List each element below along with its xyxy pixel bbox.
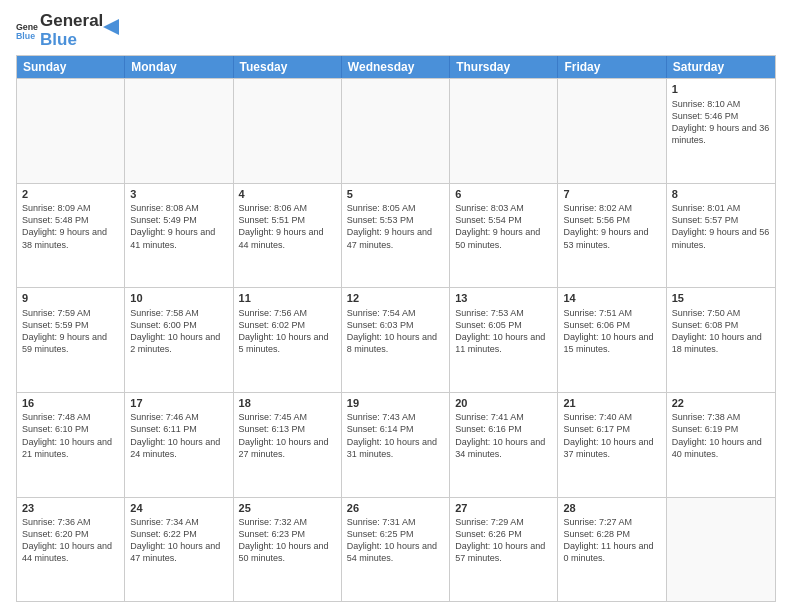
day-info: Sunrise: 7:31 AM Sunset: 6:25 PM Dayligh… bbox=[347, 516, 444, 565]
day-cell-28: 28Sunrise: 7:27 AM Sunset: 6:28 PM Dayli… bbox=[558, 498, 666, 602]
svg-text:Blue: Blue bbox=[16, 30, 35, 40]
day-cell-empty bbox=[234, 79, 342, 183]
day-number: 23 bbox=[22, 501, 119, 515]
day-cell-1: 1Sunrise: 8:10 AM Sunset: 5:46 PM Daylig… bbox=[667, 79, 775, 183]
day-cell-empty bbox=[17, 79, 125, 183]
day-info: Sunrise: 8:10 AM Sunset: 5:46 PM Dayligh… bbox=[672, 98, 770, 147]
calendar-row-4: 16Sunrise: 7:48 AM Sunset: 6:10 PM Dayli… bbox=[17, 392, 775, 497]
day-number: 24 bbox=[130, 501, 227, 515]
day-cell-4: 4Sunrise: 8:06 AM Sunset: 5:51 PM Daylig… bbox=[234, 184, 342, 288]
logo-blue: Blue bbox=[40, 31, 103, 50]
day-cell-16: 16Sunrise: 7:48 AM Sunset: 6:10 PM Dayli… bbox=[17, 393, 125, 497]
day-info: Sunrise: 7:34 AM Sunset: 6:22 PM Dayligh… bbox=[130, 516, 227, 565]
day-cell-26: 26Sunrise: 7:31 AM Sunset: 6:25 PM Dayli… bbox=[342, 498, 450, 602]
day-cell-17: 17Sunrise: 7:46 AM Sunset: 6:11 PM Dayli… bbox=[125, 393, 233, 497]
day-info: Sunrise: 7:36 AM Sunset: 6:20 PM Dayligh… bbox=[22, 516, 119, 565]
day-info: Sunrise: 8:06 AM Sunset: 5:51 PM Dayligh… bbox=[239, 202, 336, 251]
calendar-body: 1Sunrise: 8:10 AM Sunset: 5:46 PM Daylig… bbox=[17, 78, 775, 601]
day-number: 27 bbox=[455, 501, 552, 515]
day-info: Sunrise: 7:38 AM Sunset: 6:19 PM Dayligh… bbox=[672, 411, 770, 460]
day-info: Sunrise: 7:59 AM Sunset: 5:59 PM Dayligh… bbox=[22, 307, 119, 356]
day-number: 4 bbox=[239, 187, 336, 201]
day-cell-22: 22Sunrise: 7:38 AM Sunset: 6:19 PM Dayli… bbox=[667, 393, 775, 497]
calendar-row-5: 23Sunrise: 7:36 AM Sunset: 6:20 PM Dayli… bbox=[17, 497, 775, 602]
day-info: Sunrise: 7:53 AM Sunset: 6:05 PM Dayligh… bbox=[455, 307, 552, 356]
day-number: 2 bbox=[22, 187, 119, 201]
weekday-header-sunday: Sunday bbox=[17, 56, 125, 78]
logo-icon: General Blue bbox=[16, 20, 38, 42]
day-cell-6: 6Sunrise: 8:03 AM Sunset: 5:54 PM Daylig… bbox=[450, 184, 558, 288]
day-info: Sunrise: 7:50 AM Sunset: 6:08 PM Dayligh… bbox=[672, 307, 770, 356]
day-cell-25: 25Sunrise: 7:32 AM Sunset: 6:23 PM Dayli… bbox=[234, 498, 342, 602]
day-cell-empty bbox=[342, 79, 450, 183]
day-cell-9: 9Sunrise: 7:59 AM Sunset: 5:59 PM Daylig… bbox=[17, 288, 125, 392]
day-info: Sunrise: 7:27 AM Sunset: 6:28 PM Dayligh… bbox=[563, 516, 660, 565]
day-number: 10 bbox=[130, 291, 227, 305]
day-number: 12 bbox=[347, 291, 444, 305]
day-number: 3 bbox=[130, 187, 227, 201]
day-info: Sunrise: 8:05 AM Sunset: 5:53 PM Dayligh… bbox=[347, 202, 444, 251]
day-info: Sunrise: 7:43 AM Sunset: 6:14 PM Dayligh… bbox=[347, 411, 444, 460]
day-info: Sunrise: 7:29 AM Sunset: 6:26 PM Dayligh… bbox=[455, 516, 552, 565]
calendar-row-3: 9Sunrise: 7:59 AM Sunset: 5:59 PM Daylig… bbox=[17, 287, 775, 392]
header: General Blue General Blue bbox=[16, 12, 776, 49]
day-cell-19: 19Sunrise: 7:43 AM Sunset: 6:14 PM Dayli… bbox=[342, 393, 450, 497]
day-info: Sunrise: 7:54 AM Sunset: 6:03 PM Dayligh… bbox=[347, 307, 444, 356]
day-cell-7: 7Sunrise: 8:02 AM Sunset: 5:56 PM Daylig… bbox=[558, 184, 666, 288]
day-number: 25 bbox=[239, 501, 336, 515]
day-cell-14: 14Sunrise: 7:51 AM Sunset: 6:06 PM Dayli… bbox=[558, 288, 666, 392]
weekday-header-tuesday: Tuesday bbox=[234, 56, 342, 78]
day-info: Sunrise: 7:45 AM Sunset: 6:13 PM Dayligh… bbox=[239, 411, 336, 460]
day-cell-5: 5Sunrise: 8:05 AM Sunset: 5:53 PM Daylig… bbox=[342, 184, 450, 288]
day-info: Sunrise: 8:08 AM Sunset: 5:49 PM Dayligh… bbox=[130, 202, 227, 251]
day-cell-empty bbox=[558, 79, 666, 183]
day-number: 19 bbox=[347, 396, 444, 410]
day-info: Sunrise: 8:02 AM Sunset: 5:56 PM Dayligh… bbox=[563, 202, 660, 251]
day-info: Sunrise: 7:32 AM Sunset: 6:23 PM Dayligh… bbox=[239, 516, 336, 565]
day-info: Sunrise: 7:46 AM Sunset: 6:11 PM Dayligh… bbox=[130, 411, 227, 460]
day-cell-2: 2Sunrise: 8:09 AM Sunset: 5:48 PM Daylig… bbox=[17, 184, 125, 288]
day-cell-15: 15Sunrise: 7:50 AM Sunset: 6:08 PM Dayli… bbox=[667, 288, 775, 392]
day-cell-24: 24Sunrise: 7:34 AM Sunset: 6:22 PM Dayli… bbox=[125, 498, 233, 602]
day-info: Sunrise: 7:40 AM Sunset: 6:17 PM Dayligh… bbox=[563, 411, 660, 460]
day-cell-empty bbox=[450, 79, 558, 183]
calendar: SundayMondayTuesdayWednesdayThursdayFrid… bbox=[16, 55, 776, 602]
day-cell-27: 27Sunrise: 7:29 AM Sunset: 6:26 PM Dayli… bbox=[450, 498, 558, 602]
day-number: 8 bbox=[672, 187, 770, 201]
day-cell-11: 11Sunrise: 7:56 AM Sunset: 6:02 PM Dayli… bbox=[234, 288, 342, 392]
day-info: Sunrise: 7:56 AM Sunset: 6:02 PM Dayligh… bbox=[239, 307, 336, 356]
day-cell-21: 21Sunrise: 7:40 AM Sunset: 6:17 PM Dayli… bbox=[558, 393, 666, 497]
day-number: 9 bbox=[22, 291, 119, 305]
day-number: 18 bbox=[239, 396, 336, 410]
calendar-row-2: 2Sunrise: 8:09 AM Sunset: 5:48 PM Daylig… bbox=[17, 183, 775, 288]
day-info: Sunrise: 7:58 AM Sunset: 6:00 PM Dayligh… bbox=[130, 307, 227, 356]
calendar-row-1: 1Sunrise: 8:10 AM Sunset: 5:46 PM Daylig… bbox=[17, 78, 775, 183]
logo: General Blue General Blue bbox=[16, 12, 121, 49]
day-info: Sunrise: 7:48 AM Sunset: 6:10 PM Dayligh… bbox=[22, 411, 119, 460]
day-info: Sunrise: 8:01 AM Sunset: 5:57 PM Dayligh… bbox=[672, 202, 770, 251]
day-number: 1 bbox=[672, 82, 770, 96]
weekday-header-friday: Friday bbox=[558, 56, 666, 78]
day-cell-20: 20Sunrise: 7:41 AM Sunset: 6:16 PM Dayli… bbox=[450, 393, 558, 497]
day-number: 6 bbox=[455, 187, 552, 201]
day-number: 28 bbox=[563, 501, 660, 515]
day-cell-3: 3Sunrise: 8:08 AM Sunset: 5:49 PM Daylig… bbox=[125, 184, 233, 288]
logo-general: General bbox=[40, 12, 103, 31]
day-number: 5 bbox=[347, 187, 444, 201]
day-info: Sunrise: 8:09 AM Sunset: 5:48 PM Dayligh… bbox=[22, 202, 119, 251]
day-cell-10: 10Sunrise: 7:58 AM Sunset: 6:00 PM Dayli… bbox=[125, 288, 233, 392]
weekday-header-monday: Monday bbox=[125, 56, 233, 78]
weekday-header-thursday: Thursday bbox=[450, 56, 558, 78]
day-info: Sunrise: 7:41 AM Sunset: 6:16 PM Dayligh… bbox=[455, 411, 552, 460]
day-number: 14 bbox=[563, 291, 660, 305]
svg-marker-3 bbox=[103, 19, 119, 35]
day-cell-18: 18Sunrise: 7:45 AM Sunset: 6:13 PM Dayli… bbox=[234, 393, 342, 497]
day-info: Sunrise: 7:51 AM Sunset: 6:06 PM Dayligh… bbox=[563, 307, 660, 356]
day-number: 15 bbox=[672, 291, 770, 305]
day-cell-12: 12Sunrise: 7:54 AM Sunset: 6:03 PM Dayli… bbox=[342, 288, 450, 392]
day-cell-23: 23Sunrise: 7:36 AM Sunset: 6:20 PM Dayli… bbox=[17, 498, 125, 602]
day-cell-empty bbox=[667, 498, 775, 602]
day-cell-13: 13Sunrise: 7:53 AM Sunset: 6:05 PM Dayli… bbox=[450, 288, 558, 392]
calendar-header: SundayMondayTuesdayWednesdayThursdayFrid… bbox=[17, 56, 775, 78]
weekday-header-wednesday: Wednesday bbox=[342, 56, 450, 78]
